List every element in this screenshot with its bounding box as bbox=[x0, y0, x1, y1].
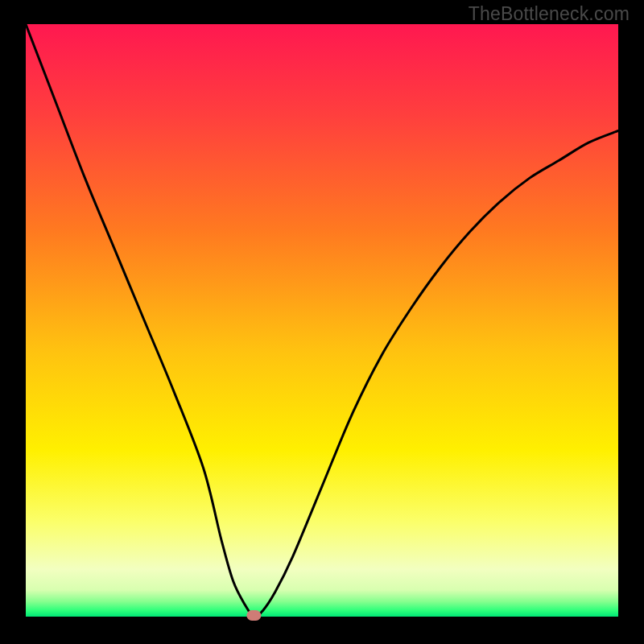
optimal-marker bbox=[246, 610, 261, 621]
gradient-background bbox=[26, 24, 618, 617]
bottleneck-chart bbox=[0, 0, 644, 644]
chart-frame: TheBottleneck.com bbox=[0, 0, 644, 644]
watermark-text: TheBottleneck.com bbox=[469, 3, 630, 25]
